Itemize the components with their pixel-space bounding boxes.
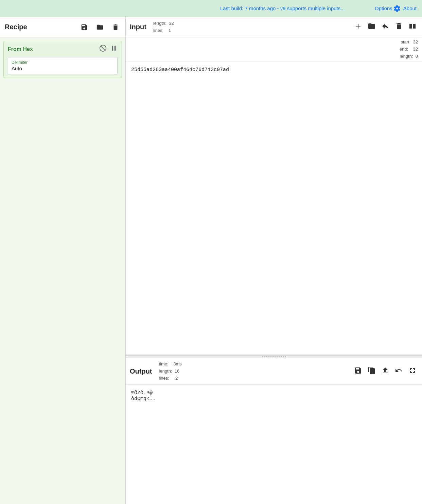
top-bar-right: Options About <box>375 5 417 12</box>
output-length-value: 16 <box>175 368 179 374</box>
svg-line-1 <box>101 46 105 51</box>
resize-dots <box>262 356 286 357</box>
input-delete-button[interactable] <box>393 21 404 33</box>
output-time-value: 3ms <box>173 361 182 366</box>
input-lines-value: 1 <box>169 28 171 33</box>
input-title: Input <box>130 23 146 31</box>
from-hex-card: From Hex <box>3 41 122 78</box>
save-icon <box>81 23 88 31</box>
output-stats: time: 3ms length: 16 lines: 2 <box>159 361 182 382</box>
start-label: start: <box>401 39 410 44</box>
recipe-header: Recipe <box>0 17 125 37</box>
output-undo-button[interactable] <box>393 366 404 377</box>
svg-rect-2 <box>112 46 113 51</box>
from-hex-header: From Hex <box>8 44 118 54</box>
output-save-icon <box>354 366 362 375</box>
trash-icon <box>112 23 119 31</box>
input-split-button[interactable] <box>407 21 418 33</box>
start-value: 32 <box>413 39 418 44</box>
output-line-2: ôdÇmq<.. <box>131 396 417 402</box>
top-bar-message: Last build: 7 months ago - v9 supports m… <box>190 5 375 11</box>
input-import-button[interactable] <box>380 21 391 33</box>
gear-icon <box>394 5 401 12</box>
end-label: end: <box>400 47 408 52</box>
sel-length-label: length: <box>400 54 413 59</box>
recipe-title: Recipe <box>5 23 74 31</box>
resize-handle[interactable] <box>126 355 422 358</box>
import-icon <box>381 22 389 30</box>
delimiter-label: Delimiter <box>12 60 114 65</box>
input-toolbar <box>353 21 418 33</box>
options-button[interactable]: Options <box>375 5 401 12</box>
split-icon <box>408 22 417 30</box>
svg-rect-3 <box>115 46 116 51</box>
output-title: Output <box>130 367 152 375</box>
sel-length-value: 0 <box>416 54 418 59</box>
recipe-open-button[interactable] <box>95 23 105 32</box>
input-open-button[interactable] <box>366 21 377 33</box>
recipe-delete-button[interactable] <box>110 23 121 32</box>
pause-icon <box>110 44 118 52</box>
input-selection-info: start: 32 end: 32 length: 0 <box>126 37 422 61</box>
input-add-button[interactable] <box>353 21 364 33</box>
output-line-1: %ÕZÒ.ª@ <box>131 390 417 396</box>
options-label: Options <box>375 5 392 11</box>
folder-icon <box>96 23 104 31</box>
output-lines-label: lines: <box>159 376 169 381</box>
undo-icon <box>395 366 403 375</box>
input-length-label: length: <box>153 21 166 26</box>
folder-open-icon <box>368 22 376 30</box>
output-toolbar <box>353 366 418 377</box>
ban-icon <box>99 44 107 52</box>
copy-icon <box>368 366 376 375</box>
about-button[interactable]: About <box>403 5 417 11</box>
main-layout: Recipe From H <box>0 17 422 504</box>
input-length-value: 32 <box>169 21 174 26</box>
input-text: 25d55ad283aa400af464c76d713c07ad <box>131 67 229 73</box>
top-bar: Last build: 7 months ago - v9 supports m… <box>0 0 422 17</box>
plus-icon <box>354 22 362 30</box>
input-header: Input length: 32 lines: 1 <box>126 17 422 37</box>
input-content[interactable]: 25d55ad283aa400af464c76d713c07ad <box>126 61 422 355</box>
output-content[interactable]: %ÕZÒ.ª@ ôdÇmq<.. <box>126 385 422 504</box>
output-copy-button[interactable] <box>366 366 377 377</box>
fullscreen-icon <box>408 366 417 375</box>
output-header: Output time: 3ms length: 16 lines: 2 <box>126 358 422 385</box>
output-fullscreen-button[interactable] <box>407 366 418 377</box>
output-lines-value: 2 <box>175 376 178 381</box>
pause-op-button[interactable] <box>110 44 118 54</box>
content-area: Input length: 32 lines: 1 <box>126 17 422 504</box>
delete-icon <box>395 22 403 30</box>
disable-op-button[interactable] <box>99 44 107 54</box>
recipe-panel: Recipe From H <box>0 17 126 504</box>
upload-icon <box>381 366 389 375</box>
delimiter-value: Auto <box>12 66 114 71</box>
from-hex-controls <box>99 44 118 54</box>
output-time-label: time: <box>159 361 169 366</box>
recipe-body: From Hex <box>0 37 125 504</box>
input-panel: Input length: 32 lines: 1 <box>126 17 422 355</box>
output-save-button[interactable] <box>353 366 364 377</box>
recipe-save-button[interactable] <box>79 23 89 32</box>
end-value: 32 <box>413 47 418 52</box>
output-length-label: length: <box>159 368 172 374</box>
input-lines-label: lines: <box>153 28 163 33</box>
input-stats: length: 32 lines: 1 <box>153 20 174 34</box>
delimiter-box[interactable]: Delimiter Auto <box>8 57 118 74</box>
from-hex-title: From Hex <box>8 46 33 52</box>
output-upload-button[interactable] <box>380 366 391 377</box>
output-panel: Output time: 3ms length: 16 lines: 2 <box>126 358 422 504</box>
